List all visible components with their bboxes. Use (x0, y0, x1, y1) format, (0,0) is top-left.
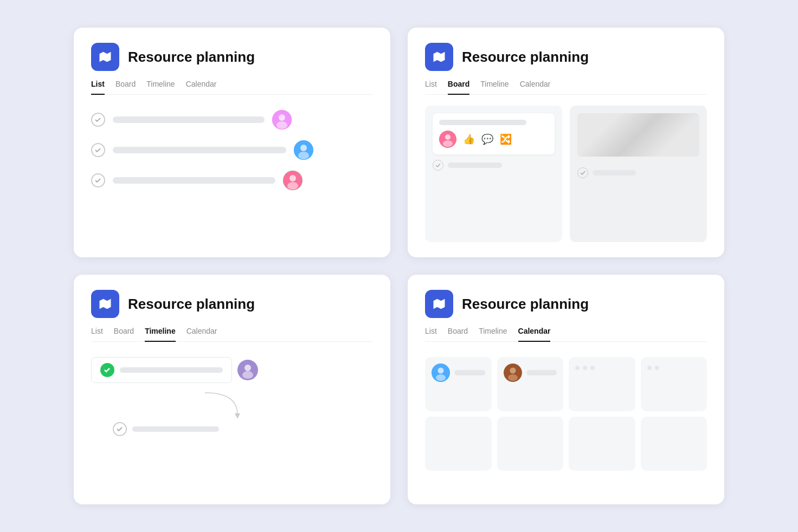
share-icon[interactable]: 🔀 (500, 133, 512, 145)
board-col-2 (570, 106, 707, 242)
timeline-check-2 (113, 422, 127, 436)
cal-person-2 (504, 364, 557, 382)
cal-bar-2 (526, 370, 557, 375)
svg-point-4 (300, 145, 307, 151)
board-card-1: 👍 💬 🔀 (433, 113, 555, 154)
card-timeline-header: Resource planning (91, 290, 373, 318)
tab-timeline-list[interactable]: List (91, 327, 103, 342)
cal-dots-1 (575, 364, 629, 370)
tab-calendar-calendar[interactable]: Calendar (518, 327, 551, 342)
cal-person-1 (432, 364, 485, 382)
small-check-2 (577, 167, 588, 178)
connector-arrow (200, 392, 243, 419)
card-list-tabs: List Board Timeline Calendar (91, 80, 373, 95)
cal-avatar-1 (432, 364, 450, 382)
cal-dots-2 (647, 364, 701, 370)
board-columns: 👍 💬 🔀 (425, 106, 707, 242)
small-bar-2 (593, 170, 636, 176)
card-board-title: Resource planning (462, 49, 589, 66)
cal-dot-4 (647, 366, 652, 370)
avatar-1 (272, 110, 292, 129)
tab-board-timeline[interactable]: Timeline (480, 80, 509, 95)
map-icon-board (432, 49, 447, 64)
list-rows (91, 110, 373, 190)
timeline-avatar-1 (237, 360, 258, 380)
svg-point-11 (443, 140, 453, 147)
board-image (577, 113, 699, 157)
list-row-3 (91, 171, 373, 190)
cal-cell-4 (641, 357, 707, 411)
card-calendar: Resource planning List Board Timeline Ca… (408, 275, 724, 504)
card-calendar-title: Resource planning (462, 296, 589, 313)
cal-cell-5 (425, 417, 492, 471)
card-timeline-tabs: List Board Timeline Calendar (91, 327, 373, 342)
tab-list-calendar[interactable]: Calendar (186, 80, 217, 95)
check-3 (91, 173, 105, 187)
tab-board-board[interactable]: Board (448, 80, 469, 95)
board-card-bar-1 (439, 120, 526, 125)
svg-point-5 (298, 152, 309, 159)
cal-cell-8 (641, 417, 707, 471)
small-check-1 (433, 160, 443, 171)
main-grid: Resource planning List Board Timeline Ca… (74, 28, 724, 504)
app-icon-board (425, 43, 453, 71)
svg-point-17 (438, 368, 444, 374)
card-board: Resource planning List Board Timeline Ca… (408, 28, 724, 257)
avatar-2 (294, 140, 313, 160)
app-icon-timeline (91, 290, 119, 318)
svg-point-21 (508, 374, 518, 381)
map-icon (98, 49, 113, 64)
tab-calendar-list[interactable]: List (425, 327, 437, 342)
cal-cell-2 (497, 357, 564, 411)
cal-cell-6 (497, 417, 564, 471)
tab-calendar-board[interactable]: Board (448, 327, 468, 342)
card-list-title: Resource planning (128, 49, 255, 66)
tab-list-board[interactable]: Board (115, 80, 136, 95)
svg-point-1 (279, 114, 285, 121)
list-row-2 (91, 140, 373, 160)
cal-avatar-2 (504, 364, 522, 382)
task-bar-3 (113, 177, 275, 184)
tab-board-list[interactable]: List (425, 80, 437, 95)
map-icon-timeline (98, 296, 113, 312)
tab-list-list[interactable]: List (91, 80, 105, 95)
tab-calendar-timeline[interactable]: Timeline (479, 327, 507, 342)
svg-marker-15 (235, 413, 240, 419)
cal-cell-7 (569, 417, 635, 471)
card-calendar-tabs: List Board Timeline Calendar (425, 327, 707, 342)
timeline-bar-2 (132, 426, 219, 432)
comment-icon[interactable]: 💬 (481, 133, 493, 145)
tab-board-calendar[interactable]: Calendar (520, 80, 551, 95)
svg-point-10 (445, 134, 451, 140)
board-card-avatar (439, 131, 456, 148)
cal-cell-3 (569, 357, 635, 411)
timeline-content (91, 353, 373, 489)
list-row-1 (91, 110, 373, 129)
timeline-row-1 (91, 357, 373, 383)
like-icon[interactable]: 👍 (463, 133, 475, 145)
green-check (100, 363, 114, 377)
timeline-row-2 (113, 422, 373, 436)
tab-list-timeline[interactable]: Timeline (146, 80, 175, 95)
svg-point-13 (244, 365, 251, 371)
svg-point-2 (276, 121, 287, 129)
tab-timeline-board[interactable]: Board (114, 327, 134, 342)
svg-point-18 (436, 374, 446, 381)
card-timeline-title: Resource planning (128, 296, 255, 313)
tab-timeline-calendar[interactable]: Calendar (186, 327, 217, 342)
card-list-header: Resource planning (91, 43, 373, 71)
timeline-task-1 (91, 357, 232, 383)
svg-point-14 (242, 371, 253, 379)
calendar-content (425, 353, 707, 489)
cal-dot-2 (583, 366, 587, 370)
cal-cell-1 (425, 357, 492, 411)
svg-point-8 (287, 182, 298, 190)
board-col-1: 👍 💬 🔀 (425, 106, 562, 242)
app-icon-list (91, 43, 119, 71)
board-check-row-1 (433, 160, 555, 171)
tab-timeline-timeline[interactable]: Timeline (145, 327, 176, 342)
small-bar-1 (448, 163, 502, 168)
card-board-header: Resource planning (425, 43, 707, 71)
task-bar-2 (113, 147, 286, 153)
card-calendar-header: Resource planning (425, 290, 707, 318)
